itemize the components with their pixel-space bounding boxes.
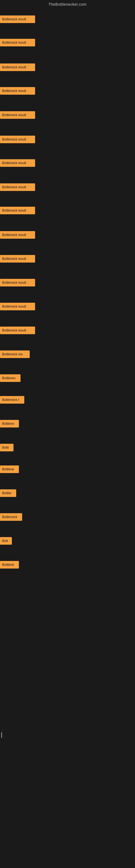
- bottleneck-item[interactable]: Bottleneck result: [0, 279, 35, 286]
- bottleneck-item[interactable]: Bottleneck result: [0, 135, 35, 143]
- bottleneck-item[interactable]: Bottleneck r: [0, 396, 24, 404]
- bottleneck-item[interactable]: Bottleneck result: [0, 327, 35, 334]
- bottleneck-item[interactable]: Bottleneck result: [0, 39, 35, 46]
- bottleneck-item[interactable]: Bottleneck: [0, 513, 22, 521]
- bottleneck-item[interactable]: Bottlene: [0, 465, 19, 473]
- bottleneck-item[interactable]: Bottleneck res: [0, 350, 30, 358]
- bottleneck-item[interactable]: Bottleneck result: [0, 63, 35, 71]
- bottleneck-item[interactable]: Bottleneck result: [0, 255, 35, 262]
- bottleneck-item[interactable]: Bottleneck result: [0, 207, 35, 214]
- bottleneck-item[interactable]: Bott: [0, 537, 12, 545]
- bottleneck-item[interactable]: Bottleneck result: [0, 231, 35, 239]
- cursor-line: [1, 733, 2, 738]
- bottleneck-item[interactable]: Bottleneck result: [0, 303, 35, 310]
- bottleneck-item[interactable]: Bottlenec: [0, 374, 20, 382]
- bottleneck-item[interactable]: Bottleneck result: [0, 159, 35, 167]
- bottleneck-item[interactable]: Bottl: [0, 444, 13, 452]
- bottleneck-item[interactable]: Bottleneck result: [0, 16, 35, 23]
- site-title: TheBottlenecker.com: [0, 0, 135, 9]
- bottleneck-item[interactable]: Bottleneck result: [0, 111, 35, 119]
- bottleneck-item[interactable]: Bottleneck result: [0, 87, 35, 95]
- bottleneck-item[interactable]: Bottlene: [0, 420, 19, 428]
- bottleneck-item[interactable]: Bottlene: [0, 561, 19, 568]
- bottleneck-item[interactable]: Bottleneck result: [0, 183, 35, 191]
- bottleneck-item[interactable]: Bottler: [0, 489, 16, 497]
